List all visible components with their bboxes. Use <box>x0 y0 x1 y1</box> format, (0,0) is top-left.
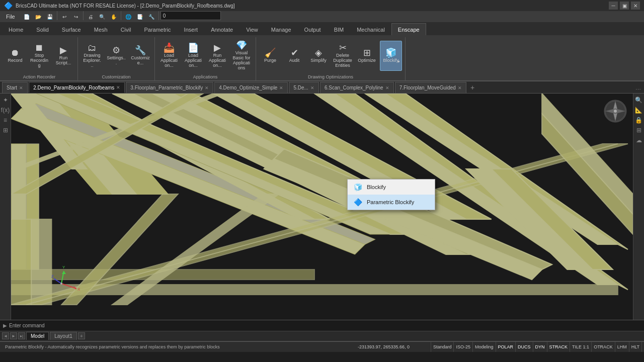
tab-bim[interactable]: BIM <box>328 23 351 35</box>
doc-tab-3[interactable]: 3.Floorplan_Parametric_Blockify ✕ <box>126 82 213 93</box>
right-tool-5[interactable]: ☁ <box>634 136 643 145</box>
load-application-button[interactable]: 📥 Load Application... <box>158 41 180 71</box>
lhm-btn[interactable]: LHM <box>615 342 629 352</box>
load-application2-button[interactable]: 📄 Load Application... <box>182 41 204 71</box>
doc-tab-5[interactable]: 5.De... ✕ <box>289 82 318 93</box>
tab-solid[interactable]: Solid <box>30 23 55 35</box>
strack-btn[interactable]: STRACK <box>547 342 571 352</box>
tab-insert[interactable]: Insert <box>178 23 205 35</box>
param-blockify-menu-label: Parametric Blockify <box>367 199 414 205</box>
doc-tab-4-close[interactable]: ✕ <box>279 85 283 90</box>
doc-tab-5-close[interactable]: ✕ <box>310 85 314 90</box>
tb-save[interactable]: 💾 <box>44 11 55 22</box>
tb-open[interactable]: 📂 <box>33 11 44 22</box>
tab-parametric[interactable]: Parametric <box>137 23 177 35</box>
tab-manage[interactable]: Manage <box>265 23 298 35</box>
load-app2-icon: 📄 <box>188 43 199 52</box>
polar-btn[interactable]: POLAR <box>496 342 516 352</box>
doc-tab-7[interactable]: 7.Floorplan_MoveGuided ✕ <box>395 82 466 93</box>
tb-properties[interactable]: 🔧 <box>146 11 157 22</box>
tb-zoom[interactable]: 🔍 <box>97 11 108 22</box>
dropdown-blockify-item[interactable]: 🧊 Blockify <box>348 179 435 195</box>
right-tool-1[interactable]: 🔍 <box>634 96 643 105</box>
delete-duplicate-button[interactable]: ✂ Delete Duplicate Entities <box>332 41 354 71</box>
add-layout-btn[interactable]: + <box>78 332 85 339</box>
audit-button[interactable]: ✔ Audit <box>283 41 305 71</box>
hlt-btn[interactable]: HLT <box>629 342 642 352</box>
doc-tab-6-close[interactable]: ✕ <box>385 85 389 90</box>
minimize-button[interactable]: ─ <box>609 2 618 10</box>
right-tool-4[interactable]: ⊞ <box>634 126 643 135</box>
blockify-button[interactable]: 🧊 Blockify ▼ <box>380 41 402 71</box>
doc-tab-7-close[interactable]: ✕ <box>458 85 462 90</box>
scroll-end-btn[interactable]: ▸| <box>18 332 25 339</box>
status-text: Parametric Blockify - Automatically reco… <box>2 344 356 349</box>
simplify-button[interactable]: ◈ Simplify <box>307 41 330 71</box>
tb-new[interactable]: 📄 <box>21 11 32 22</box>
layout1-tab[interactable]: Layout1 <box>50 332 77 340</box>
optimize-button[interactable]: ⊞ Optimize <box>356 41 378 71</box>
purge-button[interactable]: 🧹 Purge <box>259 41 281 71</box>
customize-button[interactable]: 🔧 Customize... <box>129 41 151 71</box>
stop-recording-button[interactable]: ⏹ Stop Recording <box>28 41 50 71</box>
doc-tab-start-close[interactable]: ✕ <box>19 85 23 90</box>
tab-civil[interactable]: Civil <box>114 23 138 35</box>
tab-enscape[interactable]: Enscape <box>391 23 426 35</box>
standard-btn[interactable]: Standard <box>431 342 454 352</box>
left-tool-4[interactable]: ⊞ <box>1 126 10 135</box>
doc-tab-start[interactable]: Start ✕ <box>2 82 28 93</box>
command-input-toolbar[interactable] <box>160 11 221 20</box>
left-tool-1[interactable]: ✦ <box>1 96 10 105</box>
tb-print[interactable]: 🖨 <box>85 11 96 22</box>
run-application-button[interactable]: ▶ Run Application... <box>206 41 228 71</box>
doc-tab-active-close[interactable]: ✕ <box>116 85 120 90</box>
tab-overflow-button[interactable]: ⋯ <box>632 86 644 93</box>
tab-surface[interactable]: Surface <box>55 23 88 35</box>
run-script-label: Run Script... <box>54 56 73 66</box>
settings-button[interactable]: ⚙ Settings... <box>105 41 127 71</box>
tab-mesh[interactable]: Mesh <box>88 23 114 35</box>
left-tool-2[interactable]: f(x) <box>1 106 10 115</box>
right-tool-2[interactable]: 📐 <box>634 106 643 115</box>
viewport[interactable]: X Y Z 🧊 Blockify 🔷 Parametric Blockify <box>11 94 633 320</box>
tb-pan[interactable]: ✋ <box>108 11 119 22</box>
add-tab-button[interactable]: + <box>467 82 477 93</box>
close-button[interactable]: ✕ <box>631 2 640 10</box>
blockify-dropdown-arrow[interactable]: ▼ <box>397 60 400 63</box>
scroll-right-btn[interactable]: ► <box>10 332 17 339</box>
model-tab[interactable]: Model <box>26 332 49 340</box>
iso-btn[interactable]: ISO-25 <box>454 342 473 352</box>
tab-home[interactable]: Home <box>2 23 30 35</box>
doc-tab-4[interactable]: 4.Demo_Optimize_Simple ✕ <box>214 82 288 93</box>
command-input[interactable] <box>47 323 641 328</box>
otrack-btn[interactable]: OTRACK <box>592 342 615 352</box>
tab-view[interactable]: View <box>239 23 265 35</box>
tile-btn[interactable]: TILE 1:1 <box>570 342 592 352</box>
tb-layer[interactable]: 📑 <box>134 11 145 22</box>
run-script-button[interactable]: ▶ Run Script... <box>52 41 74 71</box>
dropdown-param-blockify-item[interactable]: 🔷 Parametric Blockify <box>348 195 435 210</box>
right-tool-3[interactable]: 🔒 <box>634 116 643 125</box>
vba-button[interactable]: 💎 Visual Basic for Applications <box>230 41 253 71</box>
dyn-btn[interactable]: DYN <box>533 342 547 352</box>
menu-file[interactable]: File <box>2 11 19 22</box>
delete-dup-label: Delete Duplicate Entities <box>333 53 352 68</box>
record-button[interactable]: ⏺ Record <box>4 41 26 71</box>
scroll-left-btn[interactable]: ◄ <box>2 332 9 339</box>
doc-tab-3-close[interactable]: ✕ <box>205 85 209 90</box>
left-tool-3[interactable]: ≡ <box>1 116 10 125</box>
drawing-explorer-button[interactable]: 🗂 Drawing Explorer... <box>81 41 103 71</box>
tb-redo[interactable]: ↪ <box>70 11 82 22</box>
ducs-btn[interactable]: DUCS <box>516 342 533 352</box>
tab-annotate[interactable]: Annotate <box>204 23 239 35</box>
doc-tab-active[interactable]: 2.Demo_ParamBlockify_Roofbeams ✕ <box>29 82 125 93</box>
tab-output[interactable]: Output <box>298 23 328 35</box>
tb-undo[interactable]: ↩ <box>59 11 70 22</box>
mode-btn[interactable]: Modeling <box>473 342 496 352</box>
load-app2-label: Load Application... <box>184 53 203 68</box>
tab-mechanical[interactable]: Mechanical <box>350 23 391 35</box>
main-layout: ✦ f(x) ≡ ⊞ <box>0 94 644 320</box>
restore-button[interactable]: ▣ <box>620 2 629 10</box>
doc-tab-6[interactable]: 6.Scan_Complex_Polyline ✕ <box>320 82 394 93</box>
tb-3d[interactable]: 🌐 <box>123 11 134 22</box>
